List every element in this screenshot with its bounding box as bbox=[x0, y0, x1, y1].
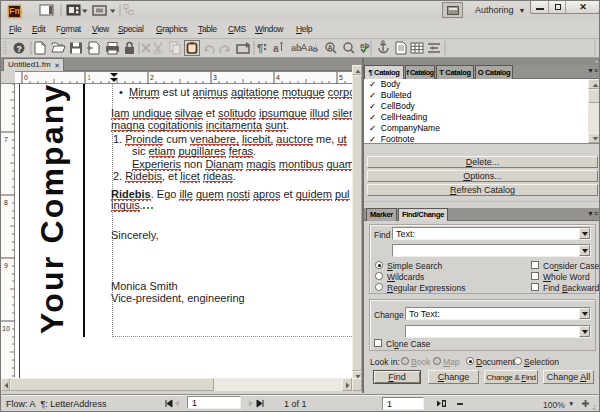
svg-text:ab: ab bbox=[291, 43, 302, 53]
svg-text:?: ? bbox=[16, 44, 21, 54]
svg-text:7: 7 bbox=[4, 136, 8, 143]
svg-text:¶: ¶ bbox=[257, 42, 263, 54]
svg-text:4: 4 bbox=[276, 74, 280, 81]
svg-text:a: a bbox=[273, 43, 279, 54]
svg-text:5: 5 bbox=[339, 74, 343, 81]
svg-text:10: 10 bbox=[2, 325, 10, 332]
svg-text:A: A bbox=[328, 44, 333, 51]
svg-text:ab: ab bbox=[360, 41, 369, 50]
svg-text:2: 2 bbox=[150, 74, 154, 81]
svg-text:0: 0 bbox=[24, 74, 28, 81]
svg-text:9: 9 bbox=[4, 262, 8, 269]
svg-text:3: 3 bbox=[213, 74, 217, 81]
svg-text:8: 8 bbox=[4, 199, 8, 206]
svg-text:1: 1 bbox=[87, 74, 91, 81]
